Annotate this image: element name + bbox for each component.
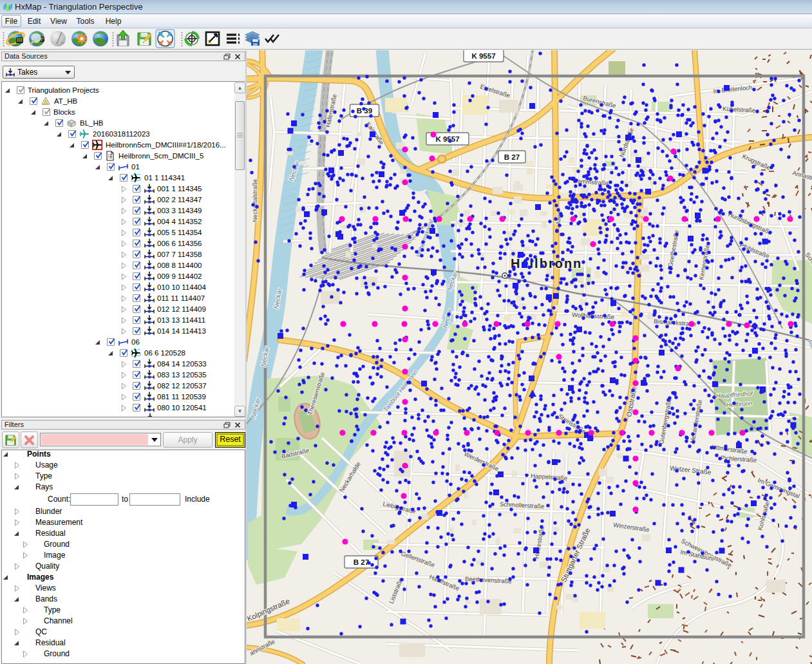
svg-text:B 27: B 27 — [504, 153, 520, 161]
svg-text:Neckartalstraße: Neckartalstraße — [251, 179, 258, 222]
svg-text:K 9557: K 9557 — [471, 52, 495, 60]
svg-text:B 27: B 27 — [354, 558, 369, 566]
svg-text:K 9557: K 9557 — [435, 135, 459, 143]
svg-text:Heilbronn: Heilbronn — [511, 256, 582, 270]
